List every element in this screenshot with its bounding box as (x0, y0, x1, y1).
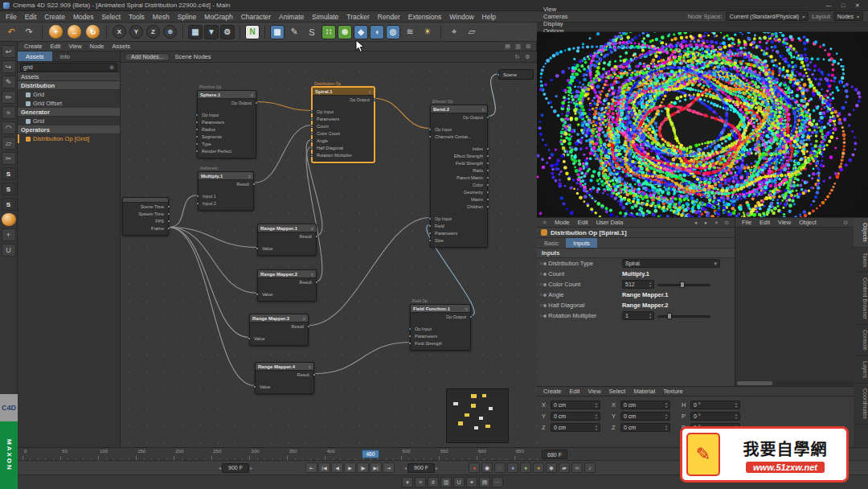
port-dot[interactable] (486, 183, 489, 187)
camera-keys-icon[interactable]: # (428, 477, 439, 487)
port-parameters[interactable]: Parameters (313, 115, 374, 122)
range-mapper-4-node[interactable]: Range Mapper.4≡ResultValue (255, 362, 314, 394)
transport-goto-end-button[interactable]: ⇥ (383, 462, 395, 473)
material-menu-select[interactable]: Select (605, 388, 630, 395)
port-dot[interactable] (195, 128, 199, 131)
menu-select[interactable]: Select (97, 13, 125, 21)
range-end-value[interactable]: 900 F (407, 463, 435, 473)
port-field-strength[interactable]: Field Strength (431, 159, 487, 166)
port-scene-time[interactable]: Scene Time (123, 203, 168, 210)
port-dot[interactable] (315, 235, 318, 238)
record-keyframe-button[interactable]: ● (469, 462, 480, 473)
menu-character[interactable]: Character (237, 13, 275, 21)
axis-tool-icon[interactable]: + (2, 228, 16, 241)
port-dot[interactable] (167, 212, 170, 216)
panel-split-icon[interactable]: ▥ (513, 43, 523, 50)
linked-node-range-mapper-1[interactable]: Range Mapper.1 (622, 291, 669, 298)
position-key-icon[interactable]: ● (507, 462, 518, 473)
render-settings-icon[interactable]: ⚙ (220, 25, 235, 39)
snap-setting-3-icon[interactable]: S (2, 198, 16, 211)
undo-icon[interactable]: ↶ (3, 24, 19, 40)
transport-next-key-button[interactable]: ▶| (370, 462, 382, 473)
stepper-icon[interactable]: ▴▾ (735, 402, 737, 408)
menu-file[interactable]: File (2, 13, 21, 21)
undo-history-icon[interactable]: ↩ (2, 45, 16, 58)
rotation-key-icon[interactable]: ● (533, 462, 544, 473)
stepper-icon[interactable]: ▴▾ (735, 413, 737, 419)
port-dot[interactable] (167, 220, 170, 223)
tree-item-grid[interactable]: Grid (18, 90, 120, 99)
smooth-tool-icon[interactable]: ≈ (2, 106, 16, 119)
port-value[interactable]: Value (256, 383, 313, 390)
expander-icon[interactable]: › (540, 292, 542, 298)
render-picture-viewer-icon[interactable]: ▼ (204, 25, 219, 39)
dropdown-distribution-type[interactable]: Spiral▾ (622, 259, 720, 268)
modeling-pen-icon[interactable]: ✎ (2, 76, 16, 88)
layers-icon[interactable]: ▤ (479, 477, 490, 487)
coordinate-field-position-z[interactable]: 0 cm▴▾ (551, 423, 600, 432)
port-dot[interactable] (486, 147, 489, 150)
port-result[interactable]: Result (250, 323, 308, 330)
autokey-button[interactable]: ◉ (481, 462, 493, 473)
port-dot[interactable] (486, 154, 489, 158)
port-input-2[interactable]: Input 2 (199, 199, 253, 207)
port-render-perfect[interactable]: Render Perfect (198, 147, 256, 154)
tree-item-distribution-op-grid[interactable]: Distribution Op [Grid] (18, 134, 120, 143)
node-header[interactable]: Range Mapper.2≡ (258, 270, 316, 278)
arc-tool-icon[interactable]: ◠ (2, 121, 16, 134)
tree-group-generator[interactable]: Generator (18, 108, 120, 117)
search-icon[interactable]: ⊙ (841, 220, 851, 226)
stepper-icon[interactable]: ▴▾ (649, 281, 651, 287)
node-editor-menu-node[interactable]: Node (86, 43, 108, 50)
port-parameters[interactable]: Parameters (198, 118, 256, 125)
port-dot[interactable] (252, 183, 256, 186)
object-manager-menu-file[interactable]: File (738, 219, 755, 226)
port-color-count[interactable]: Color Count (313, 129, 374, 137)
port-dot[interactable] (486, 198, 489, 201)
node-editor-menu-assets[interactable]: Assets (108, 43, 135, 50)
port-system-time[interactable]: System Time (123, 210, 168, 217)
port-dot[interactable] (486, 191, 489, 194)
timeline-playhead[interactable]: 460 (362, 450, 379, 458)
port-op-output[interactable]: Op Output (431, 113, 487, 121)
menu-mesh[interactable]: Mesh (149, 13, 174, 21)
node-header[interactable]: Range Mapper.3≡ (250, 314, 308, 323)
node-space-select[interactable]: Current (Standard/Physical) ▾ (726, 12, 809, 21)
redo-icon[interactable]: ↷ (21, 24, 37, 40)
coordinate-field-size-z[interactable]: 0 cm▴▾ (620, 423, 670, 432)
port-dot[interactable] (428, 128, 432, 131)
slider-handle[interactable] (667, 313, 672, 319)
time-node[interactable]: Scene TimeSystem TimeFPSFrame (122, 197, 169, 236)
pen-tool-icon[interactable]: ✎ (286, 24, 302, 40)
stepper-icon[interactable]: ▴▾ (665, 425, 667, 430)
node-menu-icon[interactable]: ≡ (303, 316, 305, 321)
parameter-key-icon[interactable]: ◆ (546, 462, 557, 473)
y-axis-lock-icon[interactable]: Y (129, 25, 143, 39)
slider-handle[interactable] (680, 281, 685, 288)
tree-item-grid-offset[interactable]: Grid Offset (18, 99, 120, 108)
expander-icon[interactable]: › (540, 281, 542, 287)
bend-node[interactable]: Effector OpBend.2≡Op OutputOp InputChann… (430, 105, 488, 248)
attribute-menu-mode[interactable]: Mode (551, 219, 574, 226)
move-tool-icon[interactable]: + (49, 25, 63, 39)
port-dot[interactable] (428, 232, 432, 235)
transport-goto-start-button[interactable]: ⇤ (305, 462, 317, 473)
history-forward-icon[interactable]: ▸ (701, 220, 711, 226)
port-dot[interactable] (310, 139, 313, 142)
range-start-value[interactable]: 900 F (222, 463, 249, 473)
pla-key-icon[interactable]: ▰ (559, 462, 570, 473)
range-mapper-3-node[interactable]: Range Mapper.3≡ResultValue (249, 314, 309, 346)
attribute-menu-edit[interactable]: Edit (574, 219, 592, 226)
transport-play-button[interactable]: ▶ (344, 462, 356, 473)
coordinate-field-rotation-p[interactable]: 0 °▴▾ (690, 412, 740, 421)
port-dot[interactable] (313, 373, 316, 376)
multiply-node[interactable]: ArithmeticMultiply.1≡ResultInput 1Input … (198, 171, 254, 211)
node-editor-menu-create[interactable]: Create (20, 43, 47, 50)
port-dot[interactable] (167, 227, 170, 230)
dock-tab-takes[interactable]: Takes (854, 248, 868, 273)
attribute-tab-inputs[interactable]: Inputs (566, 238, 596, 248)
port-dot[interactable] (486, 205, 489, 208)
node-header[interactable]: Spiral.1≡ (313, 88, 374, 96)
port-type[interactable]: Type (198, 140, 256, 147)
scene-nodes-icon[interactable]: N (245, 25, 260, 39)
